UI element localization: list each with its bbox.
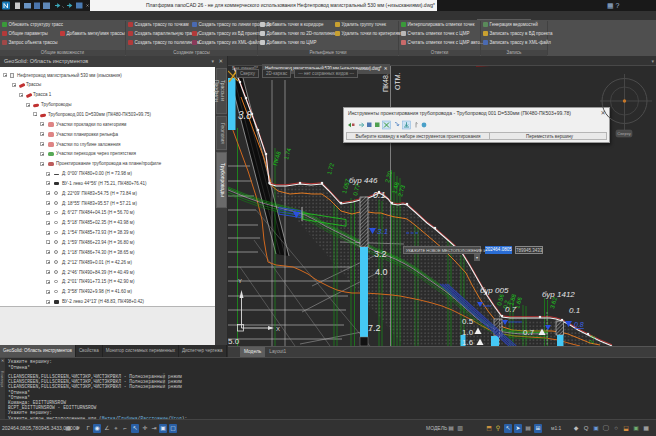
svg-text:0.8: 0.8 [574, 321, 584, 328]
svg-text:X: X [276, 326, 280, 332]
svg-text:Y: Y [238, 278, 242, 284]
svg-text:1.0: 1.0 [462, 328, 474, 337]
svg-text:ПК48.: ПК48. [382, 73, 389, 92]
svg-text:0.7: 0.7 [523, 328, 535, 337]
svg-text:0.1: 0.1 [373, 190, 386, 200]
svg-text:3.2: 3.2 [374, 249, 387, 259]
svg-text:1.72: 1.72 [326, 162, 335, 175]
svg-text:бур 446: бур 446 [349, 176, 378, 185]
svg-text:5.0: 5.0 [228, 337, 240, 346]
svg-text:3.8: 3.8 [238, 110, 252, 121]
svg-text:4.0: 4.0 [375, 267, 388, 277]
svg-text:0.1: 0.1 [569, 306, 580, 315]
svg-text:7.2: 7.2 [368, 323, 381, 333]
svg-text:3.1: 3.1 [377, 227, 388, 236]
svg-text:2.20: 2.20 [384, 170, 393, 183]
svg-text:0.5: 0.5 [462, 317, 474, 326]
svg-text:ОТМ.: ОТМ. [394, 72, 401, 90]
svg-text:бур 1412: бур 1412 [542, 290, 575, 299]
svg-text:бур 005: бур 005 [480, 286, 509, 295]
svg-text:0.7: 0.7 [505, 305, 517, 314]
svg-text:1.6: 1.6 [462, 338, 474, 346]
svg-text:Сверху: Сверху [617, 131, 630, 136]
svg-text:1.74: 1.74 [283, 147, 292, 160]
svg-text:ПК48: ПК48 [272, 150, 282, 166]
